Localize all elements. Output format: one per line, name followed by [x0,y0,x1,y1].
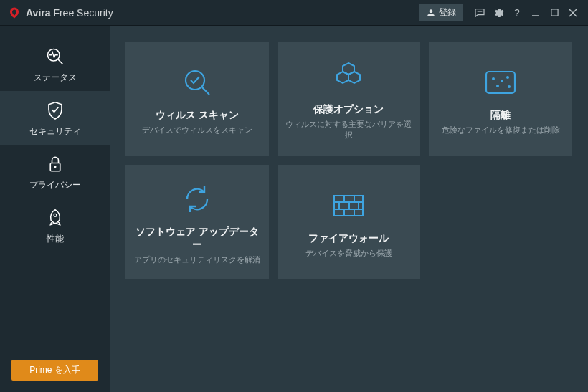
login-label: 登録 [439,6,456,19]
svg-point-17 [496,85,499,87]
avira-logo-icon [7,6,22,20]
software-updater-icon [180,180,214,219]
tile-desc: デバイスでウィルスをスキャン [142,125,252,135]
svg-point-16 [506,76,509,79]
prime-label: Prime を入手 [29,365,80,375]
feedback-button[interactable] [470,4,489,22]
sidebar-item-performance[interactable]: 性能 [0,199,110,252]
quarantine-icon [482,63,519,102]
tile-desc: デバイスを脅威から保護 [305,248,392,259]
svg-rect-1 [551,9,557,16]
svg-line-10 [202,87,209,95]
prime-button[interactable]: Prime を入手 [11,360,98,381]
feedback-icon [474,7,485,19]
svg-point-9 [186,71,204,90]
help-button[interactable]: ? [508,4,526,22]
svg-point-7 [54,166,56,168]
svg-point-8 [54,214,57,216]
shield-icon [44,100,66,121]
svg-rect-14 [486,72,515,93]
minimize-icon [531,9,540,17]
tile-protection-options[interactable]: 保護オプション ウィルスに対する主要なバリアを選択 [278,42,421,156]
rocket-icon [44,207,66,229]
tile-title: 隔離 [490,109,511,122]
svg-point-19 [501,80,503,82]
tile-software-updater[interactable]: ソフトウェア アップデーター アプリのセキュリティリスクを解消 [125,165,269,279]
close-icon [569,9,577,17]
titlebar: Avira Free Security 登録 ? [0,0,588,26]
settings-button[interactable] [489,4,508,22]
product-text: Free Security [53,7,113,19]
tile-quarantine[interactable]: 隔離 危険なファイルを修復または削除 [429,42,572,156]
brand-text: Avira [26,7,51,19]
app-title: Avira Free Security [26,7,113,19]
sidebar-item-label: 性能 [47,233,64,245]
tile-desc: ウィルスに対する主要なバリアを選択 [285,119,414,140]
gear-icon [493,7,504,19]
svg-point-18 [508,85,511,88]
tile-virus-scan[interactable]: ウィルス スキャン デバイスでウィルスをスキャン [125,42,269,156]
maximize-button[interactable] [545,4,564,22]
sidebar: ステータス セキュリティ プライバシー 性能 Prime を入手 [0,26,110,392]
tile-title: ファイアウォール [308,232,389,245]
tile-title: ソフトウェア アップデーター [133,226,262,252]
user-icon [426,8,436,18]
svg-line-5 [57,59,62,64]
close-button[interactable] [564,4,582,22]
tile-firewall[interactable]: ファイアウォール デバイスを脅威から保護 [278,165,421,279]
sidebar-item-label: セキュリティ [29,125,81,138]
svg-marker-12 [337,72,348,83]
content-grid: ウィルス スキャン デバイスでウィルスをスキャン 保護オプション ウィルスに対す… [110,26,588,392]
status-icon [44,46,66,67]
help-icon: ? [514,7,520,19]
firewall-icon [330,186,367,225]
sidebar-item-label: プライバシー [29,179,81,191]
maximize-icon [551,9,559,16]
login-button[interactable]: 登録 [419,4,463,21]
minimize-button[interactable] [526,4,545,22]
protection-options-icon [331,57,366,96]
svg-marker-13 [348,72,360,83]
tile-title: 保護オプション [313,103,384,116]
tile-title: ウィルス スキャン [156,109,239,122]
sidebar-item-privacy[interactable]: プライバシー [0,145,110,199]
sidebar-item-status[interactable]: ステータス [0,37,110,91]
lock-icon [44,153,66,175]
svg-point-15 [492,77,495,80]
virus-scan-icon [179,63,215,102]
sidebar-item-label: ステータス [34,72,77,84]
sidebar-item-security[interactable]: セキュリティ [0,91,110,145]
tile-desc: 危険なファイルを修復または削除 [442,125,560,135]
tile-desc: アプリのセキュリティリスクを解消 [134,254,260,265]
